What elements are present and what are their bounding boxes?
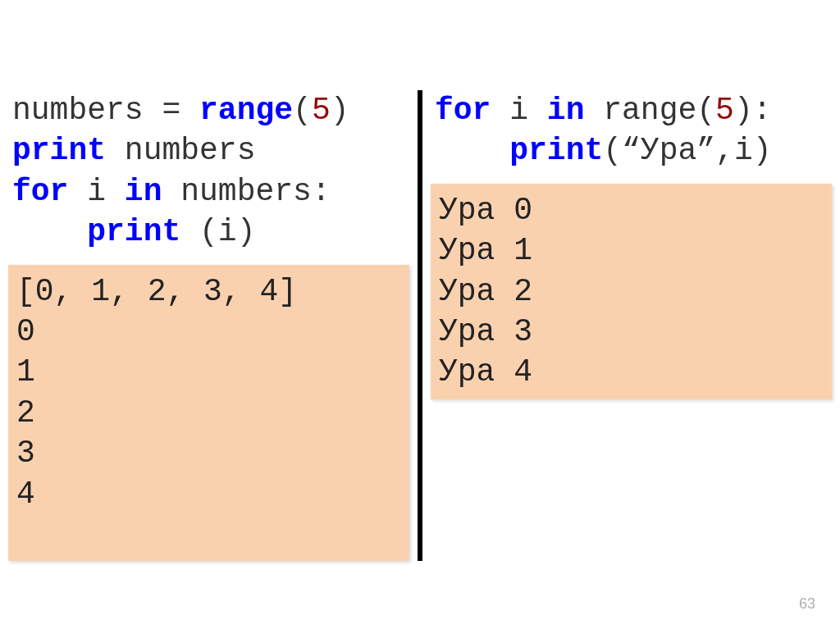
indent (435, 133, 509, 168)
number-literal: 5 (715, 93, 734, 128)
code-text: numbers: (162, 174, 330, 209)
right-column: for i in range(5): print(“Ура”,i) Ура 0 … (422, 90, 832, 561)
right-output-box: Ура 0 Ура 1 Ура 2 Ура 3 Ура 4 (431, 184, 832, 399)
keyword-for: for (435, 93, 491, 128)
code-text: i (68, 174, 124, 209)
code-text: ): (734, 93, 772, 128)
keyword-for: for (12, 174, 68, 209)
code-text: numbers (106, 133, 255, 168)
page-number: 63 (799, 595, 815, 613)
code-text: numbers = (12, 93, 199, 128)
code-text: (i) (180, 214, 255, 249)
left-output-box: [0, 1, 2, 3, 4] 0 1 2 3 4 (8, 265, 409, 562)
keyword-in: in (125, 174, 162, 209)
code-text: (“Ура”,i) (603, 133, 771, 168)
slide-content: numbers = range(5) print numbers for i i… (0, 0, 840, 561)
left-code-block: numbers = range(5) print numbers for i i… (8, 90, 409, 253)
keyword-print: print (12, 133, 106, 168)
keyword-in: in (547, 93, 585, 128)
keyword-range: range (199, 93, 293, 128)
keyword-print: print (509, 133, 603, 168)
indent (12, 214, 87, 249)
left-column: numbers = range(5) print numbers for i i… (8, 90, 418, 561)
code-text: i (491, 93, 546, 128)
code-text: ) (331, 93, 349, 128)
code-text: ( (293, 93, 312, 128)
code-text: range( (584, 93, 715, 128)
right-code-block: for i in range(5): print(“Ура”,i) (431, 90, 832, 171)
keyword-print: print (87, 214, 180, 249)
number-literal: 5 (312, 93, 331, 128)
